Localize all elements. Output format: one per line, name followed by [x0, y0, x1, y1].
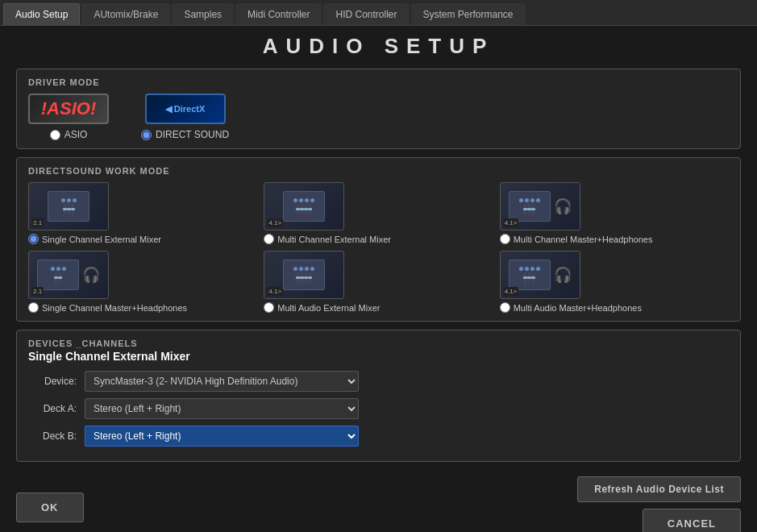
mode-image-3: 🎧 4.1> [500, 182, 580, 231]
directsound-radio[interactable] [141, 130, 152, 140]
asio-logo-text: !ASIO! [41, 98, 96, 119]
mode-radio-5[interactable]: Multi Audio External Mixer [264, 302, 380, 313]
tab-audio-setup[interactable]: Audio Setup [3, 3, 80, 25]
asio-option: !ASIO! ASIO [28, 94, 109, 140]
directsound-option: ◀ DirectX DIRECT SOUND [141, 94, 229, 140]
mode-radio-3[interactable]: Multi Channel Master+Headphones [500, 234, 653, 244]
asio-radio-label[interactable]: ASIO [50, 129, 88, 140]
asio-radio[interactable] [50, 130, 60, 140]
work-mode-option-5: 4.1> Multi Audio External Mixer [264, 251, 493, 313]
deck-a-label: Deck A: [28, 403, 77, 414]
mode-image-6: 🎧 4.1> [500, 251, 580, 299]
mode-radio-1[interactable]: Single Channel External Mixer [28, 234, 161, 244]
mode-image-4: 🎧 2.1 [28, 251, 109, 299]
mode-radio-input-3[interactable] [500, 234, 510, 244]
tab-hid-controller[interactable]: HID Controller [323, 3, 409, 25]
mode-badge-1: 2.1 [31, 218, 44, 227]
mode-badge-6: 4.1> [503, 287, 519, 296]
headphones-icon-3: 🎧 [554, 197, 572, 215]
mode-badge-3: 4.1> [503, 218, 519, 227]
device-row: Device: SyncMaster-3 (2- NVIDIA High Def… [28, 371, 729, 392]
right-buttons: Refresh Audio Device List CANCEL [577, 476, 741, 532]
mode-radio-2[interactable]: Multi Channel External Mixer [264, 234, 391, 244]
mode-label-1: Single Channel External Mixer [42, 235, 161, 244]
work-mode-option-1: 2.1 Single Channel External Mixer [28, 182, 257, 244]
device-label: Device: [28, 376, 77, 387]
tab-automix-brake[interactable]: AUtomix/Brake [81, 3, 170, 25]
work-mode-option-6: 🎧 4.1> Multi Audio Master+Headphones [500, 251, 729, 313]
mode-label-5: Multi Audio External Mixer [277, 303, 380, 313]
mode-label-3: Multi Channel Master+Headphones [514, 235, 653, 244]
deck-b-select[interactable]: Stereo (Left + Right) [85, 426, 359, 447]
headphones-icon-6: 🎧 [554, 266, 572, 284]
work-mode-grid: 2.1 Single Channel External Mixer [28, 182, 729, 313]
mode-image-1: 2.1 [28, 182, 109, 231]
mode-radio-input-2[interactable] [264, 234, 274, 244]
asio-label-text: ASIO [64, 129, 88, 140]
directx-logo-text: ◀ DirectX [165, 104, 206, 114]
headphones-icon-4: 🎧 [82, 266, 100, 284]
mode-radio-6[interactable]: Multi Audio Master+Headphones [500, 302, 642, 313]
driver-mode-section: DRIVER MODE !ASIO! ASIO ◀ DirectX [16, 69, 741, 149]
tab-midi-controller[interactable]: Midi Controller [235, 3, 322, 25]
mode-radio-input-4[interactable] [28, 302, 39, 313]
refresh-button[interactable]: Refresh Audio Device List [577, 476, 741, 502]
mode-badge-4: 2.1 [31, 287, 44, 296]
directx-logo: ◀ DirectX [145, 94, 226, 124]
bottom-bar: OK Refresh Audio Device List CANCEL [16, 470, 741, 532]
mode-label-2: Multi Channel External Mixer [277, 235, 391, 244]
deck-a-row: Deck A: Stereo (Left + Right) [28, 398, 729, 419]
mode-image-2: 4.1> [264, 182, 344, 231]
mode-badge-5: 4.1> [267, 287, 283, 296]
ok-button[interactable]: OK [16, 493, 84, 522]
main-content: AUDIO SETUP DRIVER MODE !ASIO! ASIO ◀ Di… [0, 26, 757, 532]
cancel-button[interactable]: CANCEL [643, 509, 741, 532]
mode-radio-input-5[interactable] [264, 302, 274, 313]
work-mode-option-4: 🎧 2.1 Single Channel Master+Headphones [28, 251, 257, 313]
mode-radio-4[interactable]: Single Channel Master+Headphones [28, 302, 187, 313]
mode-radio-input-6[interactable] [500, 302, 510, 313]
deck-b-label: Deck B: [28, 430, 77, 442]
mode-label-6: Multi Audio Master+Headphones [514, 303, 642, 313]
devices-channels-subtitle: Single Channel External Mixer [28, 350, 729, 363]
tab-samples[interactable]: Samples [172, 3, 234, 25]
work-mode-option-3: 🎧 4.1> Multi Channel Master+Headphones [500, 182, 729, 244]
work-mode-option-2: 4.1> Multi Channel External Mixer [264, 182, 493, 244]
work-mode-label: DIRECTSOUND WORK MODE [28, 166, 729, 176]
devices-channels-section: DEVICES _CHANNELS Single Channel Externa… [16, 330, 741, 462]
work-mode-section: DIRECTSOUND WORK MODE [16, 157, 741, 322]
tab-bar: Audio Setup AUtomix/Brake Samples Midi C… [0, 0, 757, 26]
mode-radio-input-1[interactable] [28, 234, 39, 244]
directsound-label-text: DIRECT SOUND [156, 129, 229, 140]
mode-image-5: 4.1> [264, 251, 344, 299]
directsound-radio-label[interactable]: DIRECT SOUND [141, 129, 229, 140]
page-title: AUDIO SETUP [16, 34, 741, 59]
mode-label-4: Single Channel Master+Headphones [42, 303, 187, 313]
deck-b-row: Deck B: Stereo (Left + Right) [28, 426, 729, 447]
driver-mode-label: DRIVER MODE [28, 77, 729, 87]
deck-a-select[interactable]: Stereo (Left + Right) [85, 398, 359, 419]
driver-mode-row: !ASIO! ASIO ◀ DirectX DIRECT SOUND [28, 94, 729, 140]
devices-channels-label: DEVICES _CHANNELS [28, 339, 729, 348]
asio-logo: !ASIO! [28, 94, 109, 124]
mode-badge-2: 4.1> [267, 218, 283, 227]
tab-system-performance[interactable]: System Performance [411, 3, 526, 25]
device-select[interactable]: SyncMaster-3 (2- NVIDIA High Definition … [85, 371, 359, 392]
